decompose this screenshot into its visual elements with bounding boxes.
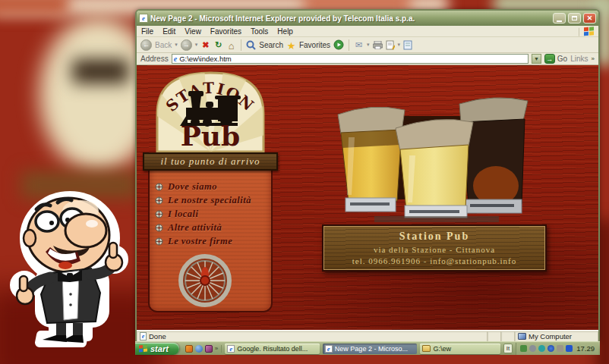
plaque-name: Station Pub	[323, 231, 545, 243]
wheel-bullet-icon	[155, 210, 163, 218]
nav-le-vostre-firme[interactable]: Le vostre firme	[155, 237, 251, 246]
quick-launch-chevron-icon[interactable]: »	[215, 345, 218, 352]
nav-le-nostre-specialita[interactable]: Le nostre specialità	[155, 196, 251, 206]
quick-launch-icon-1[interactable]	[185, 345, 193, 353]
links-label[interactable]: Links	[570, 55, 588, 63]
back-dropdown-icon[interactable]: ▾	[175, 42, 178, 48]
start-windows-icon	[139, 344, 147, 352]
start-label: start	[150, 344, 169, 353]
wheel-image	[176, 252, 234, 309]
bg-top-red-left	[0, 0, 68, 15]
edit-icon[interactable]	[386, 40, 395, 50]
nav-dove-siamo[interactable]: Dove siamo	[155, 182, 251, 192]
home-icon[interactable]: ⌂	[226, 40, 236, 50]
title-bar[interactable]: e New Page 2 - Microsoft Internet Explor…	[137, 11, 598, 26]
close-button[interactable]: ✕	[583, 13, 596, 24]
ie-task-icon: e	[325, 345, 333, 353]
menu-bar: File Edit View Favorites Tools Help	[137, 26, 598, 37]
discuss-icon[interactable]	[403, 40, 412, 50]
security-zone: My Computer	[515, 331, 598, 341]
go-arrow-icon: →	[544, 54, 555, 64]
plaque-contact: tel. 0966.961906 - info@stationpub.info	[323, 256, 545, 265]
forward-icon[interactable]: →	[181, 39, 192, 51]
nav-i-locali[interactable]: I locali	[155, 209, 251, 219]
search-label[interactable]: Search	[259, 41, 283, 49]
print-icon[interactable]	[373, 41, 383, 49]
ie-page-icon: e	[139, 14, 148, 23]
my-computer-icon	[518, 333, 526, 340]
back-icon[interactable]: ←	[140, 39, 152, 51]
links-chevron-icon[interactable]: »	[592, 55, 595, 62]
photo-background: e New Page 2 - Microsoft Internet Explor…	[0, 0, 609, 364]
media-icon[interactable]	[333, 39, 344, 50]
start-button[interactable]: start	[135, 343, 179, 355]
restore-button[interactable]	[568, 13, 581, 24]
nav-altre-attivita[interactable]: Altre attività	[155, 223, 251, 233]
taskbar: start » e Google. Risultato dell... e Ne…	[135, 341, 600, 355]
wheel-bullet-icon	[155, 237, 163, 246]
folder-icon	[422, 345, 431, 352]
mail-dropdown-icon[interactable]: ▾	[367, 42, 370, 48]
search-icon[interactable]	[246, 40, 256, 50]
menu-favorites[interactable]: Favorites	[210, 27, 241, 36]
quick-launch-icon-2[interactable]	[195, 345, 203, 353]
system-tray: 17.29	[516, 343, 598, 355]
stop-icon[interactable]: ✖	[200, 40, 210, 50]
page-icon: e	[140, 332, 147, 340]
tray-icon-2[interactable]	[529, 345, 536, 352]
back-label[interactable]: Back	[155, 41, 172, 49]
menu-file[interactable]: File	[141, 27, 153, 36]
address-dropdown-icon[interactable]: ▼	[532, 54, 541, 64]
url-page-icon: e	[174, 55, 177, 63]
quick-launch-icon-3[interactable]	[205, 345, 213, 353]
favorites-label[interactable]: Favorites	[299, 41, 330, 49]
language-indicator-icon[interactable]: It	[503, 344, 513, 353]
contact-plaque: Station Pub via della Stazione - Cittano…	[322, 224, 547, 271]
tagline-text: il tuo punto di arrivo	[160, 155, 260, 168]
status-message: e Done	[137, 331, 488, 341]
address-input[interactable]	[179, 55, 526, 63]
screenshot-region: e New Page 2 - Microsoft Internet Explor…	[135, 9, 600, 355]
tray-icon-6[interactable]	[566, 345, 573, 352]
mail-icon[interactable]: ✉	[354, 40, 364, 50]
minimize-button[interactable]	[553, 13, 566, 24]
plaque-address: via della Stazione - Cittanova	[323, 245, 545, 254]
tray-icon-1[interactable]	[520, 345, 527, 352]
clock: 17.29	[576, 344, 595, 353]
windows-logo-icon	[579, 27, 594, 36]
station-pub-logo: STATION Pub	[151, 67, 270, 153]
address-box[interactable]: e	[172, 54, 529, 64]
sidebar-nav: Dove siamo Le nostre specialità I locali	[155, 182, 251, 246]
webpage-content: STATION Pub	[137, 65, 598, 330]
forward-dropdown-icon[interactable]: ▾	[195, 42, 198, 48]
logo-title: Pub	[181, 120, 240, 152]
address-label: Address	[140, 55, 169, 63]
bg-blurred-train	[72, 59, 129, 83]
menu-view[interactable]: View	[185, 27, 201, 36]
favorites-icon[interactable]: ★	[286, 40, 296, 50]
task-folder[interactable]: G:\ew	[420, 344, 500, 354]
edit-dropdown-icon[interactable]: ▾	[398, 42, 401, 48]
toolbar: ← Back ▾ → ▾ ✖ ↻ ⌂ Search ★ Favorites ✉ …	[137, 37, 598, 53]
tagline-banner: il tuo punto di arrivo	[143, 152, 278, 171]
ie-window: e New Page 2 - Microsoft Internet Explor…	[135, 9, 600, 341]
menu-help[interactable]: Help	[277, 27, 293, 36]
tray-icon-5[interactable]	[557, 345, 563, 352]
ie-task-icon: e	[227, 345, 235, 353]
menu-edit[interactable]: Edit	[163, 27, 175, 36]
wheel-bullet-icon	[155, 183, 163, 191]
sidebar: STATION Pub	[146, 67, 275, 314]
address-bar: Address e ▼ → Go Links »	[137, 53, 598, 65]
quick-launch: »	[182, 345, 222, 353]
tray-icon-4[interactable]	[547, 345, 554, 352]
wheel-bullet-icon	[155, 224, 163, 232]
task-google[interactable]: e Google. Risultato dell...	[225, 344, 320, 354]
beer-glasses-image	[330, 81, 537, 224]
menu-tools[interactable]: Tools	[251, 27, 268, 36]
wheel-bullet-icon	[155, 196, 163, 205]
task-new-page-2[interactable]: e New Page 2 - Microso...	[323, 344, 418, 354]
go-button[interactable]: → Go	[544, 54, 567, 64]
refresh-icon[interactable]: ↻	[213, 40, 223, 50]
character-sticker	[8, 180, 129, 347]
tray-icon-3[interactable]	[538, 345, 545, 352]
